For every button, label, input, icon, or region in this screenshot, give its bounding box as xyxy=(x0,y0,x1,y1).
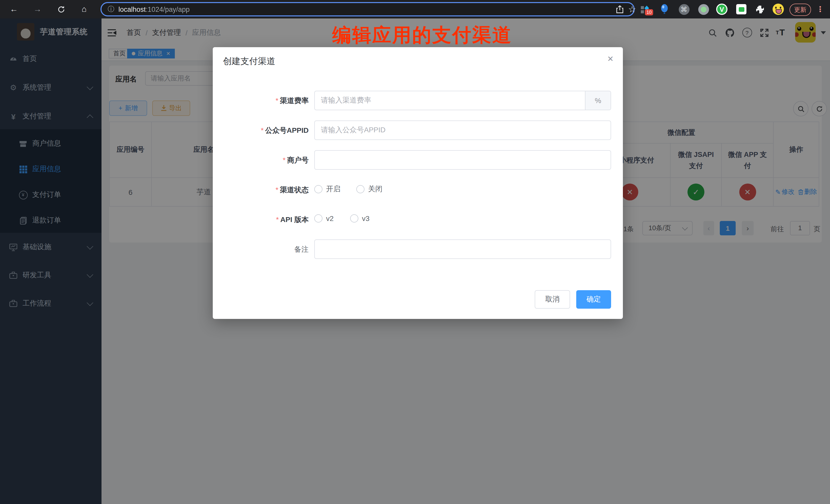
annotation-text: 编辑应用的支付渠道 xyxy=(332,23,512,48)
dialog-close-icon[interactable]: ✕ xyxy=(607,54,614,64)
browser-home-icon[interactable]: ⌂ xyxy=(77,0,91,19)
create-pay-channel-dialog: 创建支付渠道 ✕ *渠道费率 请输入渠道费率 % *公众号APPID 请输入公众… xyxy=(213,47,623,319)
extension-badge: 10 xyxy=(645,9,653,15)
radio-circle-icon xyxy=(314,214,322,222)
share-icon[interactable] xyxy=(613,0,627,19)
browser-back-icon[interactable]: ← xyxy=(7,0,21,19)
input-placeholder: 请输入渠道费率 xyxy=(321,96,585,105)
dialog-title: 创建支付渠道 xyxy=(223,55,275,67)
url-path: :1024/pay/app xyxy=(146,5,190,13)
merchant-no-input[interactable] xyxy=(314,150,611,170)
bookmark-star-icon[interactable]: ☆ xyxy=(626,0,639,19)
browser-forward-icon[interactable]: → xyxy=(31,0,44,19)
status-open-radio[interactable]: 开启 xyxy=(314,185,341,194)
extension-recorder-icon[interactable] xyxy=(697,3,709,15)
api-v3-radio[interactable]: v3 xyxy=(350,214,370,222)
site-info-icon[interactable]: ⓘ xyxy=(108,5,114,14)
extension-puzzle-icon[interactable] xyxy=(754,3,766,15)
extension-balloon-icon[interactable] xyxy=(658,3,671,15)
percent-suffix: % xyxy=(585,91,611,110)
browser-reload-icon[interactable] xyxy=(54,0,68,19)
radio-circle-icon xyxy=(314,185,322,193)
extension-v-icon[interactable]: V xyxy=(716,3,728,15)
radio-circle-icon xyxy=(356,185,364,193)
appid-input[interactable]: 请输入公众号APPID xyxy=(314,121,611,140)
input-placeholder: 请输入公众号APPID xyxy=(321,126,611,135)
url-host: localhost xyxy=(119,5,146,13)
remark-input[interactable] xyxy=(314,240,611,259)
extension-metabase-icon[interactable]: 10 xyxy=(639,3,651,15)
api-version-label: *API 版本 xyxy=(221,215,309,225)
status-close-radio[interactable]: 关闭 xyxy=(356,185,382,194)
radio-circle-icon xyxy=(350,214,358,222)
extension-chat-icon[interactable] xyxy=(735,3,747,15)
rate-label: *渠道费率 xyxy=(221,96,309,106)
browser-menu-icon[interactable]: ⋮ xyxy=(815,0,825,19)
address-bar[interactable]: ⓘ localhost:1024/pay/app xyxy=(100,2,635,17)
api-v2-radio[interactable]: v2 xyxy=(314,214,334,222)
channel-status-label: *渠道状态 xyxy=(221,186,309,195)
remark-label: 备注 xyxy=(221,245,309,254)
browser-update-button[interactable]: 更新 xyxy=(790,4,811,16)
rate-input[interactable]: 请输入渠道费率 % xyxy=(314,91,611,110)
extension-emoji-icon[interactable] xyxy=(772,3,785,15)
appid-label: *公众号APPID xyxy=(221,126,309,135)
extension-command-icon[interactable]: ⌘ xyxy=(678,3,690,15)
merchant-no-label: *商户号 xyxy=(221,156,309,165)
confirm-button[interactable]: 确定 xyxy=(576,290,611,309)
screen: ← → ⌂ ⓘ localhost:1024/pay/app ☆ 10 ⌘ V xyxy=(0,0,830,504)
cancel-button[interactable]: 取消 xyxy=(535,290,570,309)
browser-toolbar: ← → ⌂ ⓘ localhost:1024/pay/app ☆ 10 ⌘ V xyxy=(0,0,830,19)
